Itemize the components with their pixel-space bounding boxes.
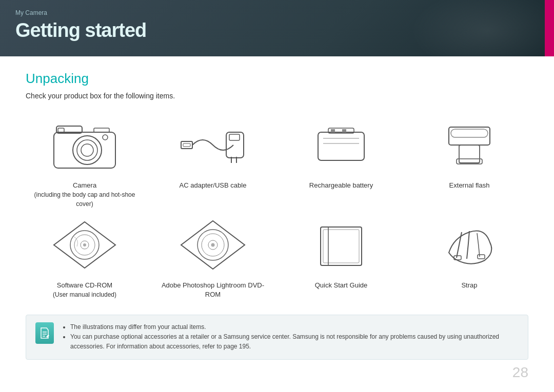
svg-point-35 [211,243,215,246]
ac-adapter-label: AC adapter/USB cable [180,181,247,190]
strap-image [428,214,510,276]
item-ac-adapter: AC adapter/USB cable [154,114,272,209]
svg-rect-0 [54,132,115,168]
strap-label: Strap [461,281,477,290]
camera-label: Camera(including the body cap and hot-sh… [34,181,135,209]
note-content: The illustrations may differ from your a… [62,322,519,352]
svg-rect-40 [478,255,485,259]
item-guide: Quick Start Guide [282,214,400,299]
svg-point-4 [81,144,93,156]
svg-rect-14 [318,132,364,160]
svg-rect-22 [451,129,488,137]
dvdrom-label: Adobe Photoshop Lightroom DVD-ROM [154,281,272,299]
item-cdrom: Software CD-ROM(User manual included) [26,214,144,299]
guide-label: Quick Start Guide [315,281,368,290]
svg-point-3 [77,140,97,160]
dvdrom-image [172,214,254,276]
svg-rect-21 [459,145,480,163]
svg-point-30 [83,243,86,246]
section-title: Unpacking [26,71,528,87]
item-strap: Strap [410,214,528,299]
svg-rect-10 [226,132,244,158]
cdrom-label: Software CD-ROM(User manual included) [53,281,116,299]
svg-rect-8 [181,141,192,149]
item-dvdrom: Adobe Photoshop Lightroom DVD-ROM [154,214,272,299]
breadcrumb: My Camera [15,9,539,16]
svg-rect-13 [229,134,240,140]
page-title: Getting started [15,19,539,42]
note-box: The illustrations may differ from your a… [26,315,528,360]
page-header: My Camera Getting started [0,0,554,56]
main-content: Unpacking Check your product box for the… [0,56,554,370]
battery-label: Rechargeable battery [309,181,373,190]
section-description: Check your product box for the following… [26,92,528,100]
svg-point-5 [103,135,108,140]
battery-image [300,114,382,176]
ac-adapter-image [172,114,254,176]
svg-rect-6 [58,128,64,132]
svg-rect-19 [342,129,346,132]
svg-rect-20 [449,127,490,145]
cdrom-image [44,214,126,276]
items-grid: Camera(including the body cap and hot-sh… [26,114,528,299]
flash-label: External flash [449,181,490,190]
item-battery: Rechargeable battery [282,114,400,209]
page-number: 28 [512,364,528,381]
item-camera: Camera(including the body cap and hot-sh… [26,114,144,209]
camera-image [44,114,126,176]
svg-rect-36 [321,227,362,265]
svg-rect-7 [94,128,109,132]
guide-image [300,214,382,276]
svg-rect-18 [331,129,335,132]
item-flash: External flash [410,114,528,209]
note-icon [35,322,54,344]
accent-bar [545,0,554,56]
flash-image [428,114,510,176]
svg-rect-9 [183,143,190,147]
